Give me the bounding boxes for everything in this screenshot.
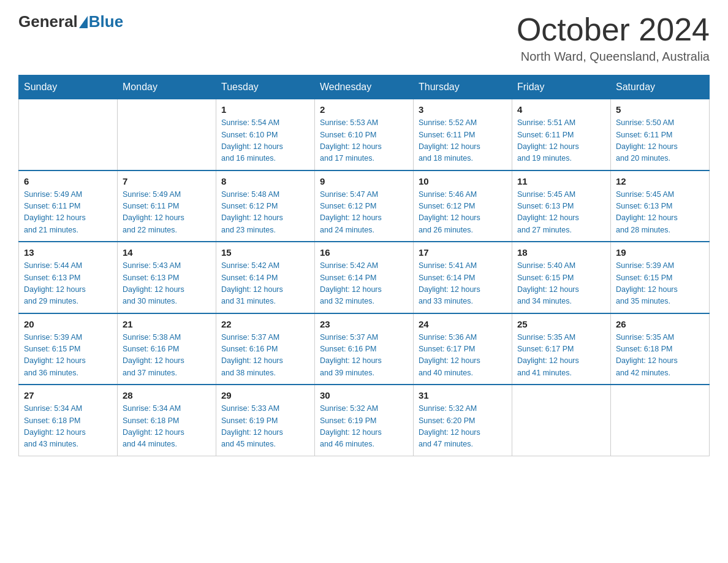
day-info: Sunrise: 5:35 AM Sunset: 6:17 PM Dayligh… [517,332,605,380]
col-thursday: Thursday [414,75,512,99]
table-row: 26Sunrise: 5:35 AM Sunset: 6:18 PM Dayli… [611,313,710,385]
day-info: Sunrise: 5:48 AM Sunset: 6:12 PM Dayligh… [221,189,309,237]
col-monday: Monday [118,75,216,99]
table-row: 30Sunrise: 5:32 AM Sunset: 6:19 PM Dayli… [315,385,414,456]
table-row: 20Sunrise: 5:39 AM Sunset: 6:15 PM Dayli… [19,313,118,385]
day-info: Sunrise: 5:41 AM Sunset: 6:14 PM Dayligh… [419,260,507,308]
table-row: 29Sunrise: 5:33 AM Sunset: 6:19 PM Dayli… [216,385,315,456]
day-info: Sunrise: 5:46 AM Sunset: 6:12 PM Dayligh… [419,189,507,237]
table-row: 15Sunrise: 5:42 AM Sunset: 6:14 PM Dayli… [216,242,315,313]
table-row: 8Sunrise: 5:48 AM Sunset: 6:12 PM Daylig… [216,170,315,242]
table-row [611,385,710,456]
title-area: October 2024 North Ward, Queensland, Aus… [517,12,710,64]
week-row-5: 27Sunrise: 5:34 AM Sunset: 6:18 PM Dayli… [19,385,710,456]
calendar-table: Sunday Monday Tuesday Wednesday Thursday… [18,75,710,456]
day-info: Sunrise: 5:39 AM Sunset: 6:15 PM Dayligh… [24,332,112,380]
day-info: Sunrise: 5:34 AM Sunset: 6:18 PM Dayligh… [123,403,211,451]
table-row: 3Sunrise: 5:52 AM Sunset: 6:11 PM Daylig… [414,99,512,170]
logo-blue-text: Blue [89,12,123,31]
table-row: 19Sunrise: 5:39 AM Sunset: 6:15 PM Dayli… [611,242,710,313]
table-row: 27Sunrise: 5:34 AM Sunset: 6:18 PM Dayli… [19,385,118,456]
day-number: 3 [419,104,507,115]
day-number: 24 [419,319,507,329]
month-title: October 2024 [517,12,710,47]
day-number: 14 [123,247,211,258]
table-row: 9Sunrise: 5:47 AM Sunset: 6:12 PM Daylig… [315,170,414,242]
table-row: 21Sunrise: 5:38 AM Sunset: 6:16 PM Dayli… [118,313,216,385]
day-info: Sunrise: 5:54 AM Sunset: 6:10 PM Dayligh… [221,117,309,165]
table-row [19,99,118,170]
day-info: Sunrise: 5:33 AM Sunset: 6:19 PM Dayligh… [221,403,309,451]
day-number: 18 [517,247,605,258]
day-number: 11 [517,176,605,186]
day-number: 5 [616,104,704,115]
table-row: 23Sunrise: 5:37 AM Sunset: 6:16 PM Dayli… [315,313,414,385]
day-info: Sunrise: 5:45 AM Sunset: 6:13 PM Dayligh… [616,189,704,237]
day-number: 29 [221,390,309,400]
day-number: 26 [616,319,704,329]
day-number: 2 [320,104,408,115]
table-row: 7Sunrise: 5:49 AM Sunset: 6:11 PM Daylig… [118,170,216,242]
table-row: 17Sunrise: 5:41 AM Sunset: 6:14 PM Dayli… [414,242,512,313]
day-number: 27 [24,390,112,400]
day-number: 20 [24,319,112,329]
day-info: Sunrise: 5:32 AM Sunset: 6:20 PM Dayligh… [419,403,507,451]
col-tuesday: Tuesday [216,75,315,99]
table-row: 14Sunrise: 5:43 AM Sunset: 6:13 PM Dayli… [118,242,216,313]
table-row: 11Sunrise: 5:45 AM Sunset: 6:13 PM Dayli… [512,170,611,242]
day-info: Sunrise: 5:49 AM Sunset: 6:11 PM Dayligh… [123,189,211,237]
table-row [118,99,216,170]
day-number: 30 [320,390,408,400]
day-number: 13 [24,247,112,258]
day-info: Sunrise: 5:44 AM Sunset: 6:13 PM Dayligh… [24,260,112,308]
day-info: Sunrise: 5:43 AM Sunset: 6:13 PM Dayligh… [123,260,211,308]
day-number: 8 [221,176,309,186]
col-wednesday: Wednesday [315,75,414,99]
day-number: 7 [123,176,211,186]
header-row: Sunday Monday Tuesday Wednesday Thursday… [19,75,710,99]
table-row: 13Sunrise: 5:44 AM Sunset: 6:13 PM Dayli… [19,242,118,313]
table-row: 5Sunrise: 5:50 AM Sunset: 6:11 PM Daylig… [611,99,710,170]
day-number: 28 [123,390,211,400]
day-number: 9 [320,176,408,186]
day-number: 25 [517,319,605,329]
day-info: Sunrise: 5:39 AM Sunset: 6:15 PM Dayligh… [616,260,704,308]
logo: General Blue [18,12,123,31]
day-info: Sunrise: 5:45 AM Sunset: 6:13 PM Dayligh… [517,189,605,237]
week-row-2: 6Sunrise: 5:49 AM Sunset: 6:11 PM Daylig… [19,170,710,242]
table-row: 28Sunrise: 5:34 AM Sunset: 6:18 PM Dayli… [118,385,216,456]
col-saturday: Saturday [611,75,710,99]
day-info: Sunrise: 5:38 AM Sunset: 6:16 PM Dayligh… [123,332,211,380]
day-info: Sunrise: 5:40 AM Sunset: 6:15 PM Dayligh… [517,260,605,308]
table-row: 6Sunrise: 5:49 AM Sunset: 6:11 PM Daylig… [19,170,118,242]
day-number: 22 [221,319,309,329]
day-number: 17 [419,247,507,258]
table-row: 24Sunrise: 5:36 AM Sunset: 6:17 PM Dayli… [414,313,512,385]
table-row: 31Sunrise: 5:32 AM Sunset: 6:20 PM Dayli… [414,385,512,456]
day-number: 31 [419,390,507,400]
table-row: 1Sunrise: 5:54 AM Sunset: 6:10 PM Daylig… [216,99,315,170]
table-row: 10Sunrise: 5:46 AM Sunset: 6:12 PM Dayli… [414,170,512,242]
day-info: Sunrise: 5:42 AM Sunset: 6:14 PM Dayligh… [221,260,309,308]
table-row: 18Sunrise: 5:40 AM Sunset: 6:15 PM Dayli… [512,242,611,313]
day-info: Sunrise: 5:37 AM Sunset: 6:16 PM Dayligh… [320,332,408,380]
day-number: 21 [123,319,211,329]
table-row: 16Sunrise: 5:42 AM Sunset: 6:14 PM Dayli… [315,242,414,313]
week-row-3: 13Sunrise: 5:44 AM Sunset: 6:13 PM Dayli… [19,242,710,313]
table-row [512,385,611,456]
day-number: 12 [616,176,704,186]
day-info: Sunrise: 5:32 AM Sunset: 6:19 PM Dayligh… [320,403,408,451]
day-number: 4 [517,104,605,115]
day-info: Sunrise: 5:51 AM Sunset: 6:11 PM Dayligh… [517,117,605,165]
day-number: 6 [24,176,112,186]
table-row: 2Sunrise: 5:53 AM Sunset: 6:10 PM Daylig… [315,99,414,170]
day-number: 15 [221,247,309,258]
table-row: 4Sunrise: 5:51 AM Sunset: 6:11 PM Daylig… [512,99,611,170]
week-row-4: 20Sunrise: 5:39 AM Sunset: 6:15 PM Dayli… [19,313,710,385]
header: General Blue October 2024 North Ward, Qu… [18,12,710,64]
day-info: Sunrise: 5:53 AM Sunset: 6:10 PM Dayligh… [320,117,408,165]
day-info: Sunrise: 5:49 AM Sunset: 6:11 PM Dayligh… [24,189,112,237]
day-info: Sunrise: 5:37 AM Sunset: 6:16 PM Dayligh… [221,332,309,380]
day-number: 1 [221,104,309,115]
day-number: 19 [616,247,704,258]
